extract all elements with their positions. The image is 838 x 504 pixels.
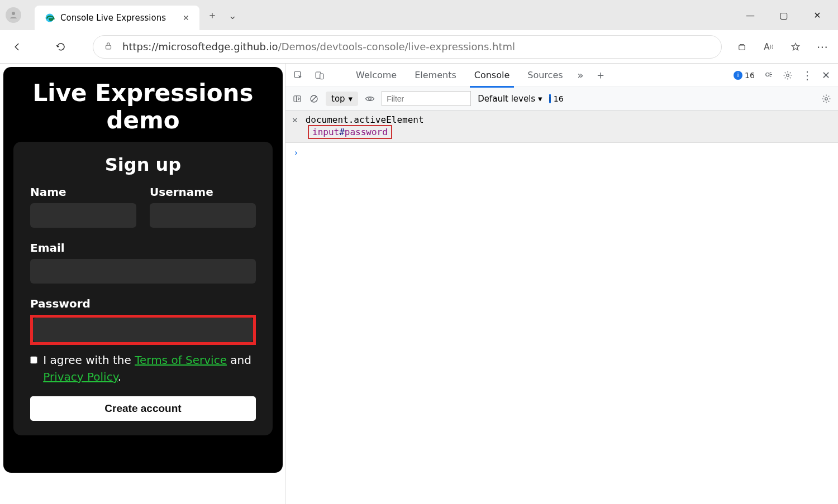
privacy-link[interactable]: Privacy Policy — [43, 370, 117, 383]
window-close-button[interactable]: ✕ — [812, 10, 822, 21]
context-selector[interactable]: top ▾ — [326, 92, 358, 106]
settings-icon[interactable] — [783, 70, 793, 80]
filter-input[interactable] — [382, 91, 471, 106]
add-tab-icon[interactable]: ＋ — [595, 68, 606, 83]
tab-elements[interactable]: Elements — [411, 64, 460, 86]
svg-point-0 — [12, 12, 15, 15]
console-prompt-icon: › — [293, 147, 299, 158]
edge-icon — [45, 13, 55, 23]
console-settings-icon[interactable] — [821, 94, 831, 104]
close-tab-icon[interactable]: ✕ — [183, 13, 189, 22]
read-aloud-icon[interactable]: A)) — [761, 39, 777, 55]
svg-point-7 — [766, 73, 769, 76]
devtools-panel: Welcome Elements Console Sources » ＋ i 1… — [285, 64, 838, 504]
more-tabs-icon[interactable]: » — [578, 69, 584, 81]
window-minimize-button[interactable]: — — [745, 10, 755, 21]
agree-row: I agree with the Terms of Service and Pr… — [30, 352, 256, 385]
password-input[interactable] — [33, 318, 253, 342]
favorite-icon[interactable] — [788, 39, 803, 55]
tab-welcome[interactable]: Welcome — [353, 64, 400, 86]
kebab-icon[interactable]: ⋮ — [802, 69, 813, 82]
log-levels-selector[interactable]: Default levels ▾ — [478, 94, 542, 104]
url-text: https://microsoftedge.github.io/Demos/de… — [122, 41, 515, 52]
url-input[interactable]: https://microsoftedge.github.io/Demos/de… — [93, 35, 722, 59]
svg-point-13 — [369, 97, 372, 100]
name-label: Name — [30, 185, 136, 199]
browser-titlebar: Console Live Expressions ✕ ＋ ⌄ — ▢ ✕ — [0, 0, 838, 30]
svg-line-12 — [312, 96, 317, 101]
password-label: Password — [30, 297, 256, 310]
tab-title: Console Live Expressions — [60, 13, 166, 23]
page-viewport: Live Expressions demo Sign up Name Usern… — [0, 64, 285, 504]
address-bar: https://microsoftedge.github.io/Demos/de… — [0, 30, 838, 64]
svg-rect-3 — [739, 45, 745, 50]
signup-form: Sign up Name Username Email — [13, 142, 273, 435]
svg-point-8 — [787, 74, 789, 76]
device-toggle-icon[interactable] — [315, 70, 325, 80]
demo-page: Live Expressions demo Sign up Name Usern… — [3, 67, 283, 473]
chevron-down-icon: ▾ — [349, 94, 353, 104]
lock-icon — [103, 41, 113, 53]
hidden-count: 16 — [554, 94, 564, 103]
agree-checkbox[interactable] — [30, 355, 37, 365]
tab-console[interactable]: Console — [471, 64, 513, 86]
devtools-tabstrip: Welcome Elements Console Sources » ＋ i 1… — [285, 64, 838, 87]
tab-sources[interactable]: Sources — [524, 64, 566, 86]
info-dot-icon: i — [734, 71, 742, 80]
page-title: Live Expressions demo — [13, 79, 273, 134]
more-icon[interactable]: ⋯ — [815, 39, 830, 55]
agree-text-prefix: I agree with the — [43, 353, 135, 367]
live-expression-result[interactable]: input#password — [308, 125, 392, 139]
collections-icon[interactable] — [734, 39, 750, 55]
nav-refresh-button[interactable] — [51, 37, 70, 56]
name-input[interactable] — [30, 203, 136, 228]
create-account-button[interactable]: Create account — [30, 396, 256, 421]
remove-expression-icon[interactable]: ✕ — [292, 114, 298, 125]
hidden-messages-badge[interactable]: i 16 — [549, 94, 564, 103]
tos-link[interactable]: Terms of Service — [135, 353, 227, 367]
password-highlight — [30, 315, 256, 345]
email-label: Email — [30, 241, 256, 255]
svg-point-14 — [825, 97, 828, 100]
arrow-left-icon — [12, 42, 22, 52]
levels-label: Default levels — [478, 94, 535, 104]
issues-count: 16 — [745, 71, 755, 80]
content-area: Live Expressions demo Sign up Name Usern… — [0, 64, 838, 504]
refresh-icon — [56, 42, 66, 52]
profile-avatar[interactable] — [0, 0, 27, 30]
agree-text-mid: and — [227, 353, 251, 367]
live-expression-icon[interactable] — [365, 94, 375, 104]
person-icon — [8, 10, 18, 20]
devtools-close-icon[interactable]: ✕ — [822, 69, 830, 81]
username-input[interactable] — [150, 203, 256, 228]
username-label: Username — [150, 185, 256, 199]
agree-text-suffix: . — [118, 370, 121, 383]
window-maximize-button[interactable]: ▢ — [779, 10, 789, 21]
live-expression-row: ✕ document.activeElement input#password — [285, 111, 838, 143]
info-dot-icon: i — [549, 94, 551, 103]
live-expression-text[interactable]: document.activeElement — [306, 114, 424, 125]
browser-tab[interactable]: Console Live Expressions ✕ — [35, 6, 199, 30]
feedback-icon[interactable] — [764, 70, 774, 80]
new-tab-button[interactable]: ＋ — [207, 8, 217, 22]
console-toolbar: top ▾ Default levels ▾ i 16 — [285, 87, 838, 111]
clear-console-icon[interactable] — [309, 94, 319, 104]
svg-rect-6 — [320, 74, 323, 79]
email-input[interactable] — [30, 259, 256, 284]
inspect-icon[interactable] — [293, 70, 303, 80]
context-label: top — [331, 94, 345, 104]
form-title: Sign up — [30, 154, 256, 175]
svg-rect-2 — [106, 45, 111, 49]
console-body[interactable]: › — [285, 143, 838, 504]
toggle-sidebar-icon[interactable] — [292, 94, 302, 104]
tabs-chevron-icon[interactable]: ⌄ — [228, 9, 237, 21]
nav-back-button[interactable] — [8, 37, 27, 56]
issues-badge[interactable]: i 16 — [734, 71, 755, 80]
